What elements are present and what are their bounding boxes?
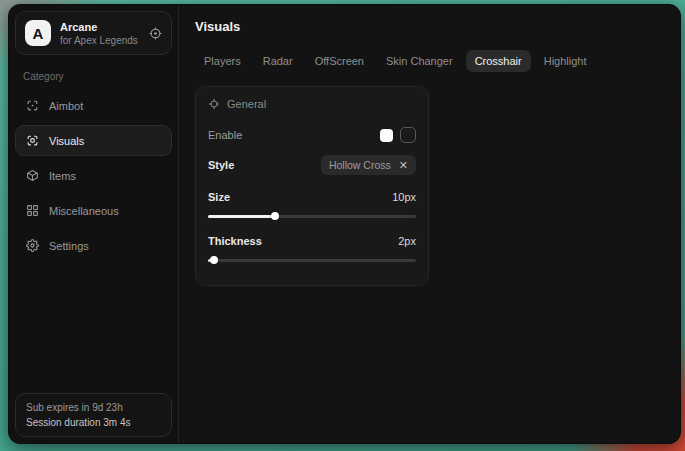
size-row: Size 10px — [208, 191, 416, 203]
sidebar-item-settings[interactable]: Settings — [15, 230, 172, 261]
size-slider-fill — [208, 215, 275, 218]
style-label: Style — [208, 159, 234, 171]
tab-offscreen[interactable]: OffScreen — [306, 50, 373, 72]
subscription-info: Sub expires in 9d 23h Session duration 3… — [15, 393, 172, 437]
enable-row: Enable — [208, 127, 416, 143]
sidebar-item-items[interactable]: Items — [15, 160, 172, 191]
target-icon[interactable] — [149, 27, 162, 40]
main-content: Visuals Players Radar OffScreen Skin Cha… — [179, 5, 680, 443]
sidebar-header: A Arcane for Apex Legends — [15, 11, 172, 55]
session-duration-text: Session duration 3m 4s — [26, 417, 161, 428]
category-label: Category — [15, 63, 172, 88]
thickness-label: Thickness — [208, 235, 262, 247]
thickness-slider[interactable] — [208, 255, 416, 265]
sidebar-item-aimbot[interactable]: Aimbot — [15, 90, 172, 121]
focus-scan-icon — [26, 134, 39, 147]
thickness-slider-thumb[interactable] — [210, 256, 218, 264]
sidebar-item-miscellaneous[interactable]: Miscellaneous — [15, 195, 172, 226]
clear-icon[interactable]: ✕ — [399, 160, 408, 171]
app-window: A Arcane for Apex Legends Category — [8, 4, 681, 444]
thickness-value: 2px — [398, 235, 416, 247]
sidebar-item-label: Visuals — [49, 135, 84, 147]
sidebar-item-label: Aimbot — [49, 100, 83, 112]
tab-players[interactable]: Players — [195, 50, 250, 72]
style-value: Hollow Cross — [329, 159, 391, 171]
tab-crosshair[interactable]: Crosshair — [466, 50, 531, 72]
enable-label: Enable — [208, 129, 242, 141]
app-title: Arcane — [60, 21, 140, 33]
app-subtitle: for Apex Legends — [60, 35, 140, 46]
general-panel: General Enable Style Hollow Cross ✕ Size… — [195, 86, 429, 286]
sidebar-item-label: Settings — [49, 240, 89, 252]
tab-bar: Players Radar OffScreen Skin Changer Cro… — [195, 50, 664, 72]
general-icon — [208, 98, 220, 110]
sidebar-item-label: Items — [49, 170, 76, 182]
thickness-row: Thickness 2px — [208, 235, 416, 247]
style-select[interactable]: Hollow Cross ✕ — [321, 155, 416, 175]
box-icon — [26, 169, 39, 182]
color-swatch[interactable] — [380, 129, 393, 142]
gear-icon — [26, 239, 39, 252]
app-logo: A — [25, 20, 51, 46]
grid-icon — [26, 204, 39, 217]
size-slider-track[interactable] — [208, 215, 416, 218]
sidebar: A Arcane for Apex Legends Category — [9, 5, 179, 443]
panel-title: General — [227, 98, 266, 110]
sidebar-nav: Aimbot Visuals Items — [15, 88, 172, 263]
tab-highlight[interactable]: Highlight — [535, 50, 596, 72]
page-title: Visuals — [195, 19, 664, 34]
tab-skin-changer[interactable]: Skin Changer — [377, 50, 462, 72]
sidebar-item-visuals[interactable]: Visuals — [15, 125, 172, 156]
crosshair-frame-icon — [26, 99, 39, 112]
sub-expires-text: Sub expires in 9d 23h — [26, 402, 161, 413]
size-label: Size — [208, 191, 230, 203]
style-row: Style Hollow Cross ✕ — [208, 155, 416, 175]
size-slider[interactable] — [208, 211, 416, 221]
thickness-slider-track[interactable] — [208, 259, 416, 262]
size-value: 10px — [392, 191, 416, 203]
thickness-slider-fill — [208, 259, 214, 262]
sidebar-item-label: Miscellaneous — [49, 205, 119, 217]
enable-checkbox[interactable] — [400, 127, 416, 143]
tab-radar[interactable]: Radar — [254, 50, 302, 72]
size-slider-thumb[interactable] — [271, 212, 279, 220]
